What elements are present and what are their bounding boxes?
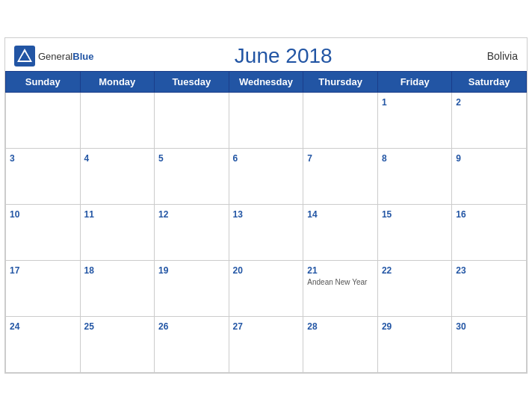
day-number: 30 [456,321,466,332]
logo-icon [14,46,35,67]
calendar-cell: 26 [155,317,229,373]
calendar-cell: 1 [377,93,451,149]
day-number: 5 [158,153,164,164]
calendar-cell: 3 [6,149,81,205]
day-number: 25 [84,321,94,332]
day-number: 7 [307,153,312,164]
weekday-header-row: Sunday Monday Tuesday Wednesday Thursday… [6,72,527,93]
day-number: 24 [10,321,19,332]
calendar-table: Sunday Monday Tuesday Wednesday Thursday… [5,71,527,373]
calendar-cell: 16 [452,205,527,261]
day-number: 10 [10,209,19,220]
day-number: 14 [307,209,317,220]
day-number: 15 [382,209,392,220]
calendar-cell: 9 [452,149,527,205]
calendar-cell: 30 [452,317,527,373]
calendar-cell: 11 [80,205,155,261]
event-label: Andean New Year [307,278,374,286]
calendar-cell: 5 [155,149,229,205]
calendar-cell [6,93,81,149]
day-number: 9 [456,153,461,164]
header-wednesday: Wednesday [229,72,303,93]
calendar-cell [80,93,155,149]
logo: GeneralBlue [14,46,93,67]
calendar-cell: 10 [6,205,81,261]
calendar-cell: 24 [6,317,81,373]
calendar-cell: 14 [303,205,378,261]
header-thursday: Thursday [303,72,378,93]
calendar-cell: 18 [80,261,155,317]
day-number: 21 [307,265,317,276]
calendar-cell: 25 [80,317,155,373]
day-number: 13 [233,209,243,220]
calendar-cell: 27 [229,317,303,373]
day-number: 28 [307,321,317,332]
week-row-2: 3456789 [6,149,527,205]
calendar-cell: 2 [452,93,527,149]
day-number: 12 [158,209,168,220]
day-number: 23 [456,265,466,276]
logo-text: GeneralBlue [38,49,93,63]
day-number: 17 [10,265,19,276]
week-row-5: 24252627282930 [6,317,527,373]
calendar-cell: 23 [452,261,527,317]
header-friday: Friday [377,72,451,93]
day-number: 18 [84,265,94,276]
calendar-cell: 17 [6,261,81,317]
day-number: 4 [84,153,90,164]
calendar-cell: 7 [303,149,378,205]
header-sunday: Sunday [6,72,81,93]
calendar-cell [155,93,229,149]
day-number: 19 [158,265,168,276]
day-number: 20 [233,265,243,276]
day-number: 6 [233,153,238,164]
calendar-cell: 4 [80,149,155,205]
calendar-cell: 8 [377,149,451,205]
day-number: 11 [84,209,94,220]
calendar-cell: 12 [155,205,229,261]
calendar-header: GeneralBlue June 2018 Bolivia [5,38,527,71]
header-tuesday: Tuesday [155,72,229,93]
week-row-3: 10111213141516 [6,205,527,261]
calendar-title: June 2018 [93,44,473,68]
calendar-cell: 21Andean New Year [303,261,378,317]
day-number: 27 [233,321,243,332]
calendar-cell: 28 [303,317,378,373]
day-number: 22 [382,265,392,276]
calendar-cell [229,93,303,149]
calendar-container: GeneralBlue June 2018 Bolivia Sunday Mon… [4,37,528,374]
calendar-cell: 15 [377,205,451,261]
calendar-cell: 6 [229,149,303,205]
calendar-cell: 20 [229,261,303,317]
header-monday: Monday [80,72,155,93]
calendar-cell: 29 [377,317,451,373]
day-number: 2 [456,97,461,108]
day-number: 8 [382,153,387,164]
calendar-cell: 13 [229,205,303,261]
day-number: 16 [456,209,466,220]
day-number: 26 [158,321,168,332]
day-number: 1 [382,97,387,108]
calendar-cell: 22 [377,261,451,317]
calendar-cell [303,93,378,149]
calendar-country: Bolivia [473,50,518,62]
header-saturday: Saturday [452,72,527,93]
week-row-4: 1718192021Andean New Year2223 [6,261,527,317]
calendar-cell: 19 [155,261,229,317]
svg-rect-3 [22,56,28,61]
day-number: 29 [382,321,392,332]
week-row-1: 12 [6,93,527,149]
day-number: 3 [10,153,15,164]
